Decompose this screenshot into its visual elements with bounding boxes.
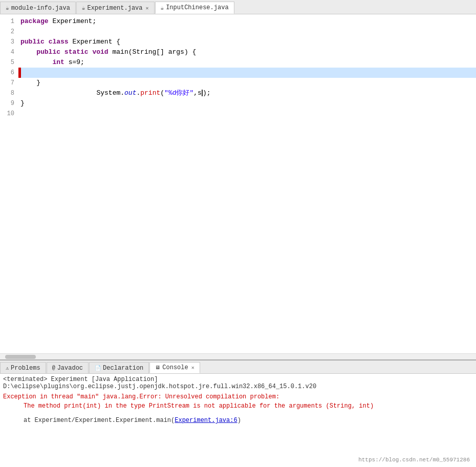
declaration-icon: 📄 [95,365,101,371]
console-at-end: ) [237,417,241,424]
code-lines[interactable]: package Experiment; public class Experim… [18,14,476,353]
bottom-tab-bar: ⚠ Problems @ Javadoc 📄 Declaration 🖥 Con… [0,360,476,374]
line-num-7: 7 [2,78,14,88]
line-num-3: 3 [2,37,14,47]
problems-label: Problems [11,365,40,372]
console-at-link[interactable]: Experiment.java:6 [175,417,237,424]
tab-bar: ☕ module-info.java ☕ Experiment.java ✕ ☕… [0,0,476,14]
line-num-4: 4 [2,47,14,57]
code-line-10 [18,109,476,119]
tab-experiment-close[interactable]: ✕ [146,5,149,11]
scroll-thumb[interactable] [5,355,36,359]
code-line-2 [18,27,476,37]
tab-experiment[interactable]: ☕ Experiment.java ✕ [76,2,155,14]
code-line-1: package Experiment; [18,16,476,27]
problems-icon: ⚠ [6,365,9,371]
tab-inputchinese[interactable]: ☕ InputChinese.java [155,2,234,14]
declaration-label: Declaration [103,365,143,372]
console-content[interactable]: <terminated> Experiment [Java Applicatio… [0,374,476,467]
line-num-1: 1 [2,16,14,27]
console-at-text: at Experiment/Experiment.Experiment.main… [24,417,175,424]
bottom-panel: ⚠ Problems @ Javadoc 📄 Declaration 🖥 Con… [0,359,476,467]
java-file-icon: ☕ [6,5,9,11]
code-line-6: System.out.print("%d你好",s); [18,68,476,78]
editor-area: 1 2 3 4 5 6 7 8 9 10 package Experiment;… [0,14,476,359]
code-line-9: } [18,98,476,109]
line-num-10: 10 [2,109,14,119]
tab-experiment-label: Experiment.java [87,5,142,12]
console-tab-close[interactable]: ✕ [191,365,194,371]
code-container[interactable]: 1 2 3 4 5 6 7 8 9 10 package Experiment;… [0,14,476,353]
code-line-3: public class Experiment { [18,37,476,47]
bottom-tab-declaration[interactable]: 📄 Declaration [89,362,149,373]
console-error-line1: Exception in thread "main" java.lang.Err… [3,392,473,401]
bottom-tab-javadoc[interactable]: @ Javadoc [47,362,89,373]
console-label: Console [162,364,188,371]
console-at-line: at Experiment/Experiment.Experiment.main… [3,416,473,425]
javadoc-label: Javadoc [57,365,83,372]
horizontal-scrollbar[interactable] [0,353,476,359]
tab-module-info-label: module-info.java [11,5,70,12]
tab-module-info[interactable]: ☕ module-info.java [0,2,76,14]
line-num-5: 5 [2,57,14,68]
java-file-icon-3: ☕ [161,5,164,11]
javadoc-icon: @ [52,365,55,371]
console-icon: 🖥 [155,365,160,371]
console-error-line2: The method print(int) in the type PrintS… [3,401,473,411]
code-line-8 [18,88,476,98]
java-file-icon-2: ☕ [82,5,85,11]
tab-inputchinese-label: InputChinese.java [166,4,228,11]
line-num-2: 2 [2,27,14,37]
line-num-6: 6 [2,68,14,78]
line-num-9: 9 [2,98,14,109]
line-numbers: 1 2 3 4 5 6 7 8 9 10 [0,14,18,353]
bottom-tab-problems[interactable]: ⚠ Problems [0,362,46,373]
line-num-8: 8 [2,88,14,98]
bottom-tab-console[interactable]: 🖥 Console ✕ [149,362,200,373]
code-line-5: int s=9; [18,57,476,68]
code-line-4: public static void main(String[] args) { [18,47,476,57]
console-terminated-line: <terminated> Experiment [Java Applicatio… [3,376,473,390]
code-line-7: } [18,78,476,88]
